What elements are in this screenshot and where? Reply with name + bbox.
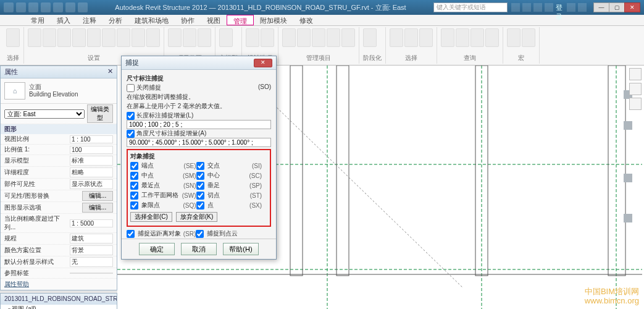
cancel-button[interactable]: 取消 [181, 243, 217, 255]
property-value[interactable]: 100 [70, 146, 113, 154]
ribbon-button[interactable] [6, 28, 20, 47]
menu-tab[interactable]: 管理 [227, 15, 254, 25]
qat-icon[interactable] [4, 2, 14, 12]
ribbon-button[interactable] [57, 28, 71, 47]
snap-checkbox[interactable]: 中心(SC) [196, 171, 262, 180]
property-value[interactable] [70, 273, 113, 274]
snap-checkbox[interactable]: 交点(SI) [196, 161, 262, 171]
ribbon-button[interactable] [312, 28, 325, 47]
ribbon-button[interactable] [419, 28, 433, 47]
ribbon-button[interactable] [102, 28, 115, 47]
ribbon-button[interactable] [72, 28, 86, 47]
ribbon-button[interactable] [146, 28, 160, 47]
ribbon-button[interactable] [168, 28, 182, 47]
browser-tree[interactable]: 视图 (all)楼层平面 (Floor Plan)1F2F3FGFLGFSite… [1, 305, 117, 309]
ribbon-button[interactable] [117, 28, 130, 47]
globe-icon[interactable] [567, 3, 575, 12]
snap-checkbox[interactable]: 工作平面网格(SW) [130, 190, 196, 200]
snap-checkbox[interactable]: 点(SX) [196, 200, 262, 210]
property-edit-button[interactable]: 编辑... [82, 191, 113, 201]
help-icon[interactable] [511, 3, 520, 12]
palette-close-icon[interactable]: ✕ [107, 67, 113, 77]
ribbon-button[interactable] [246, 28, 259, 47]
menu-tab[interactable]: 视图 [201, 15, 227, 25]
angle-inc-checkbox[interactable]: 角度尺寸标注捕捉增量(A) [127, 130, 206, 137]
ribbon-button[interactable] [261, 28, 274, 47]
ribbon-button[interactable] [341, 28, 355, 47]
edit-type-button[interactable]: 编辑类型 [87, 104, 113, 123]
property-value[interactable]: 粗略 [70, 167, 113, 177]
ribbon-button[interactable] [297, 28, 311, 47]
instance-selector[interactable]: 立面: East [4, 109, 85, 119]
close-button[interactable]: ✕ [624, 2, 640, 12]
property-value[interactable]: 背景 [70, 245, 113, 255]
ribbon-button[interactable] [456, 28, 469, 47]
qat-icon[interactable] [16, 2, 26, 12]
dialog-close-button[interactable]: ✕ [254, 59, 272, 67]
snap-checkbox[interactable]: 象限点(SQ) [130, 200, 196, 210]
snap-checkbox[interactable]: 最近点(SN) [130, 180, 196, 190]
help2-icon[interactable] [578, 3, 587, 12]
deselect-all-button[interactable]: 放弃全部(K) [176, 212, 217, 222]
ribbon-button[interactable] [87, 28, 101, 47]
search-input[interactable]: 键入关键字或短语 [433, 2, 508, 12]
ribbon-button[interactable] [282, 28, 296, 47]
nav-wheel-icon[interactable] [629, 83, 642, 95]
property-value[interactable]: 无 [70, 257, 113, 267]
qat-icon[interactable] [65, 2, 75, 12]
user-icon[interactable] [545, 3, 553, 12]
login-link[interactable]: 登录 [556, 3, 564, 12]
ribbon-button[interactable] [132, 28, 145, 47]
snap-checkbox[interactable]: 垂足(SP) [196, 180, 262, 190]
ribbon-button[interactable] [43, 28, 56, 47]
menu-tab[interactable]: 分析 [102, 15, 128, 25]
menu-tab[interactable]: 协作 [175, 15, 201, 25]
ok-button[interactable]: 确定 [139, 243, 175, 255]
snap-checkbox[interactable]: 切点(ST) [196, 190, 262, 200]
ribbon-button[interactable] [28, 28, 41, 47]
remote-snap-checkbox[interactable]: 捕捉远距离对象(SR) [127, 229, 196, 239]
ribbon-button[interactable] [363, 28, 377, 47]
nav-home-icon[interactable] [629, 68, 642, 80]
ribbon-button[interactable] [327, 28, 340, 47]
ribbon-button[interactable] [507, 28, 521, 47]
quick-access-toolbar[interactable] [4, 2, 88, 12]
nav-pan-icon[interactable] [629, 98, 642, 110]
property-value[interactable]: 标准 [70, 156, 113, 166]
info-icon[interactable] [522, 3, 531, 12]
ribbon-button[interactable] [404, 28, 418, 47]
snap-checkbox[interactable]: 端点(SE) [130, 161, 196, 171]
menu-tab[interactable]: 修改 [293, 15, 319, 25]
menu-tab[interactable]: 插入 [51, 15, 77, 25]
snap-checkbox[interactable]: 中点(SM) [130, 171, 196, 180]
menu-tab[interactable]: 附加模块 [254, 15, 293, 25]
qat-icon[interactable] [78, 2, 88, 12]
angle-inc-input[interactable] [127, 138, 271, 147]
star-icon[interactable] [533, 3, 542, 12]
select-all-button[interactable]: 选择全部(C) [130, 212, 172, 222]
length-inc-checkbox[interactable]: 长度标注捕捉增量(L) [127, 112, 193, 119]
ribbon-button[interactable] [198, 28, 211, 47]
length-inc-input[interactable] [127, 120, 271, 129]
snap-off-checkbox[interactable]: 关闭捕捉 (SO) [127, 84, 161, 91]
menu-tab[interactable]: 常用 [25, 15, 51, 25]
menu-tab[interactable]: 建筑和场地 [128, 15, 175, 25]
properties-help-link[interactable]: 属性帮助 [1, 279, 117, 290]
ribbon-button[interactable] [522, 28, 535, 47]
help-button[interactable]: 帮助(H) [223, 243, 259, 255]
qat-icon[interactable] [28, 2, 38, 12]
maximize-button[interactable]: ▢ [609, 2, 625, 12]
property-value[interactable]: 1 : 100 [70, 135, 113, 143]
property-value[interactable]: 1 : 5000 [70, 219, 113, 227]
tree-node[interactable]: 视图 (all) [8, 305, 117, 309]
ribbon-button[interactable] [219, 28, 233, 47]
qat-icon[interactable] [53, 2, 63, 12]
ribbon-button[interactable] [470, 28, 484, 47]
property-value[interactable]: 建筑 [70, 234, 113, 243]
menu-tab[interactable]: 注释 [77, 15, 102, 25]
ribbon-button[interactable] [390, 28, 403, 47]
property-edit-button[interactable]: 编辑... [82, 203, 113, 213]
ribbon-button[interactable] [441, 28, 454, 47]
view-cube-tools[interactable] [629, 68, 643, 110]
pointcloud-snap-checkbox[interactable]: 捕捉到点云 [196, 229, 265, 239]
